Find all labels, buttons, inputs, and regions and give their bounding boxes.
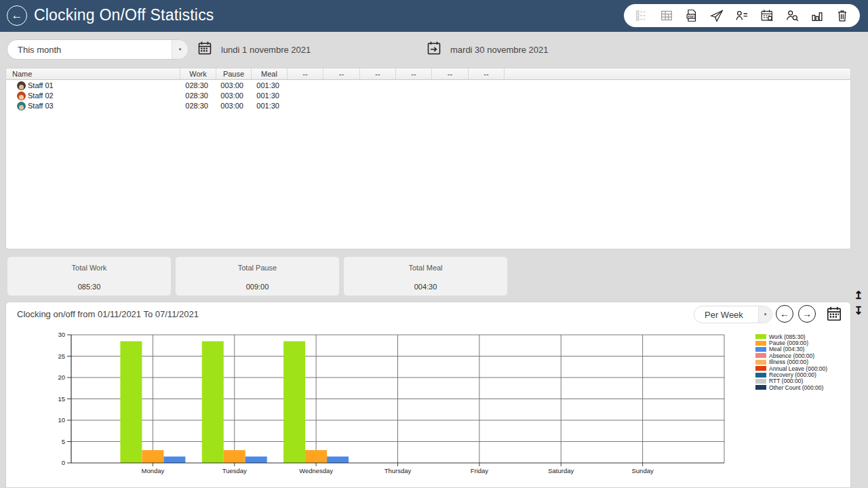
legend-swatch (755, 334, 766, 339)
back-button[interactable]: ← (7, 5, 27, 26)
toolbar: PDF (624, 4, 860, 27)
table-view-icon[interactable] (658, 7, 675, 24)
legend-item: Other Count (000:00) (755, 384, 827, 390)
table-cell: 028:30 (180, 81, 216, 91)
clocking-bar-chart: MondayTuesdayWednesdayThursdayFridaySatu… (6, 302, 850, 487)
end-date-picker[interactable]: mardi 30 novembre 2021 (426, 40, 549, 59)
legend-item: RTT (000:00) (755, 378, 827, 384)
svg-text:15: 15 (58, 395, 65, 403)
card-value: 009:00 (176, 283, 339, 291)
expand-up-icon[interactable]: ↥ (851, 287, 866, 303)
legend-item: Illness (000:00) (755, 359, 827, 365)
legend-swatch (755, 353, 766, 358)
table-row[interactable]: Staff 03028:30003:00001:30 (6, 101, 850, 111)
legend-item: Pause (009:00) (755, 340, 827, 346)
column-header[interactable]: Name (6, 68, 180, 79)
card-label: Total Work (7, 264, 171, 272)
column-header[interactable]: -- (360, 68, 396, 79)
total-work-card: Total Work 085:30 (7, 256, 172, 296)
svg-text:Sunday: Sunday (632, 467, 654, 474)
table-body: Staff 01028:30003:00001:30Staff 02028:30… (6, 81, 850, 111)
start-date-picker[interactable]: lundi 1 novembre 2021 (197, 40, 311, 59)
bar-chart-icon[interactable] (809, 7, 825, 24)
page-title: Clocking On/Off Statistics (34, 6, 214, 24)
calendar-icon (197, 40, 213, 59)
column-header[interactable]: -- (432, 68, 469, 79)
legend-label: Other Count (000:00) (769, 384, 823, 391)
filter-bar: This month ▾ lundi 1 novembre 2021 mardi… (0, 32, 868, 67)
user-list-icon[interactable] (734, 7, 750, 24)
svg-text:Wednesday: Wednesday (299, 467, 333, 474)
column-header[interactable]: -- (396, 68, 432, 79)
column-header[interactable]: -- (469, 68, 505, 79)
chart-panel: Clocking on/off from 01/11/2021 To 07/11… (5, 302, 851, 488)
legend-item: Annual Leave (000:00) (755, 365, 827, 371)
legend-swatch (755, 379, 766, 384)
panel-splitter: ↥ ↧ (850, 287, 867, 319)
card-value: 085:30 (7, 283, 171, 291)
staff-name: Staff 01 (28, 81, 54, 91)
table-cell: 001:30 (252, 81, 288, 91)
svg-text:30: 30 (58, 331, 65, 338)
column-header[interactable]: -- (288, 68, 323, 79)
card-label: Total Pause (176, 264, 339, 272)
chart-view-value: Per Week (694, 310, 758, 320)
column-header[interactable]: Work (180, 68, 216, 79)
chart-calendar-button[interactable] (825, 304, 844, 323)
table-header: NameWorkPauseMeal------------ (6, 68, 850, 80)
svg-text:10: 10 (58, 416, 65, 424)
send-icon[interactable] (709, 7, 725, 24)
table-row[interactable]: Staff 01028:30003:00001:30 (6, 81, 850, 91)
legend-swatch (755, 373, 766, 378)
svg-text:25: 25 (58, 352, 65, 360)
end-date-label: mardi 30 novembre 2021 (450, 45, 549, 55)
avatar (17, 81, 26, 90)
legend-swatch (755, 385, 766, 390)
calendar-next-icon (426, 40, 442, 59)
svg-text:20: 20 (58, 373, 65, 381)
pdf-export-icon[interactable]: PDF (684, 7, 700, 24)
detailed-list-icon[interactable] (633, 7, 650, 24)
table-cell: 028:30 (180, 91, 216, 101)
legend-swatch (755, 347, 766, 352)
total-meal-card: Total Meal 004:30 (343, 256, 508, 296)
svg-text:Friday: Friday (471, 467, 489, 474)
total-pause-card: Total Pause 009:00 (175, 256, 340, 296)
svg-text:Saturday: Saturday (548, 467, 574, 474)
svg-text:0: 0 (62, 459, 65, 466)
staff-name: Staff 03 (28, 101, 54, 111)
previous-period-button[interactable]: ← (776, 305, 793, 323)
column-header[interactable]: -- (323, 68, 360, 79)
legend-swatch (755, 366, 766, 371)
legend-swatch (755, 360, 766, 365)
legend-swatch (755, 341, 766, 346)
period-select[interactable]: This month ▾ (7, 39, 189, 60)
user-search-icon[interactable] (784, 7, 800, 24)
staff-name: Staff 02 (28, 91, 54, 101)
table-cell: 001:30 (252, 91, 288, 101)
chart-view-select[interactable]: Per Week ▾ (694, 306, 772, 323)
svg-text:Thursday: Thursday (384, 467, 412, 474)
avatar-face (19, 95, 24, 100)
trash-icon[interactable] (834, 7, 850, 24)
next-period-button[interactable]: → (798, 305, 816, 323)
chevron-down-icon: ▾ (172, 40, 188, 59)
calendar-search-icon[interactable] (759, 7, 775, 24)
collapse-down-icon[interactable]: ↧ (851, 303, 866, 319)
staff-table: NameWorkPauseMeal------------ Staff 0102… (5, 68, 851, 249)
avatar-face (19, 105, 24, 110)
avatar-face (19, 85, 24, 89)
legend-item: Work (085:30) (755, 333, 827, 340)
app-header: ← Clocking On/Off Statistics PDF (0, 0, 868, 32)
period-select-value: This month (7, 45, 172, 55)
table-cell: 003:00 (216, 91, 252, 101)
column-header[interactable]: Pause (216, 68, 252, 79)
table-cell: 028:30 (180, 101, 216, 111)
start-date-label: lundi 1 novembre 2021 (221, 45, 311, 55)
column-header[interactable]: Meal (252, 68, 288, 79)
legend-item: Meal (004:30) (755, 346, 827, 352)
card-label: Total Meal (344, 264, 507, 272)
svg-text:5: 5 (62, 438, 65, 445)
table-row[interactable]: Staff 02028:30003:00001:30 (6, 91, 850, 101)
chevron-down-icon: ▾ (758, 306, 772, 323)
